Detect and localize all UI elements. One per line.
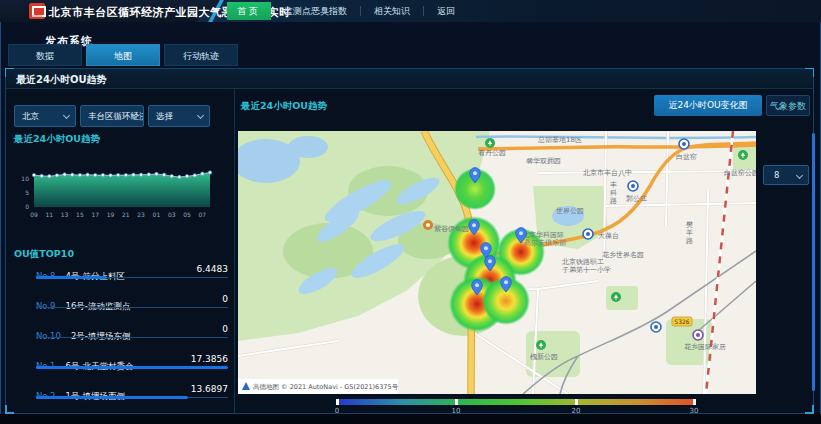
tab-back[interactable]: 返回 — [424, 2, 468, 20]
scale-marker — [693, 399, 696, 405]
list-item[interactable]: No.102号-填埋场东侧 0 — [36, 324, 228, 350]
ou-value: 0 — [222, 294, 228, 304]
svg-text:17: 17 — [91, 211, 99, 218]
value-bar-track — [36, 337, 228, 338]
park-icon — [536, 340, 546, 350]
svg-text:05: 05 — [183, 211, 191, 218]
heatmap-layer — [447, 168, 545, 332]
value-bar-track — [36, 307, 228, 308]
park-select[interactable]: 丰台区循环经济产... — [80, 105, 144, 127]
metro-station-icon — [628, 181, 638, 191]
tab-home[interactable]: 首页 — [227, 2, 271, 20]
map-label: 紫谷伊甸园 — [434, 225, 469, 233]
station-select[interactable]: 选择 — [148, 105, 210, 127]
trend-chart: 0510091113151719212301030507 — [10, 165, 218, 221]
list-item[interactable]: No.16号-北天堂村委会 17.3856 — [36, 354, 228, 380]
value-bar-fill — [36, 396, 188, 399]
hour-select[interactable]: 8 — [763, 165, 809, 185]
tab-knowledge[interactable]: 相关知识 — [361, 2, 423, 20]
map-label: 看丹公园 — [478, 149, 506, 157]
park-icon — [611, 292, 621, 302]
svg-text:09: 09 — [30, 211, 38, 218]
map-label: 郭公庄 — [626, 195, 647, 203]
scale-marker — [455, 399, 458, 405]
panel-header: 最近24小时OU趋势 — [6, 69, 813, 89]
list-item[interactable]: No.84号-筛分上料区 6.4483 — [36, 264, 228, 290]
map-label: 北京华科国际 — [522, 231, 564, 239]
top-nav: 首页 监测点恶臭指数 相关知识 返回 — [227, 2, 468, 20]
metro-station-icon — [651, 322, 661, 332]
map-label: 白盆窑公园 — [724, 169, 756, 177]
rank-label: No.9 — [36, 301, 56, 311]
svg-text:高德地图 © 2021 AutoNavi - GS(2021: 高德地图 © 2021 AutoNavi - GS(2021)6375号 — [253, 383, 399, 391]
bottom-strip — [0, 414, 821, 424]
map-label: 花乡世界名园 — [602, 251, 644, 259]
svg-text:21: 21 — [122, 211, 130, 218]
scenic-spot-icon — [423, 220, 433, 230]
svg-text:19: 19 — [107, 211, 115, 218]
map-label: 总部基地18区 — [537, 136, 582, 144]
list-item[interactable]: No.21号-填埋场西侧 13.6897 — [36, 384, 228, 410]
svg-text:0: 0 — [25, 203, 29, 210]
map-label: 世界公园 — [556, 207, 584, 215]
metro-station-icon — [583, 229, 593, 239]
chevron-down-icon — [796, 172, 803, 179]
svg-text:11: 11 — [45, 211, 53, 218]
map-view-button[interactable]: 地图 — [86, 44, 160, 66]
value-bar-fill — [36, 366, 228, 369]
header-bar: 北京市丰台区循环经济产业园大气恶臭状况实时 首页 监测点恶臭指数 相关知识 返回 — [0, 0, 821, 22]
road-badge: S326 — [672, 317, 692, 326]
data-view-button[interactable]: 数据 — [8, 44, 82, 66]
scale-marker — [336, 399, 339, 405]
value-bar-fill — [36, 276, 107, 279]
list-item[interactable]: No.916号-流动监测点 0 — [36, 294, 228, 320]
svg-text:15: 15 — [76, 211, 84, 218]
svg-text:13: 13 — [61, 211, 69, 218]
map-label: 高尔夫俱乐部 — [524, 239, 566, 247]
map-label: 北京市丰台八中 — [583, 168, 632, 177]
ou-color-scale — [336, 399, 696, 405]
top-list-title: OU值TOP10 — [14, 248, 74, 261]
value-bar-track — [36, 277, 228, 278]
map-label: 槐新公园 — [530, 352, 558, 361]
map-label: 大葆台 — [598, 232, 619, 240]
park-icon — [485, 138, 495, 148]
ou-change-map-button[interactable]: 近24小时OU变化图 — [654, 95, 762, 116]
map-label: 白盆窑 — [676, 153, 697, 161]
ou-value: 17.3856 — [191, 354, 228, 364]
map-label: 馨华双拥园 — [526, 157, 561, 165]
map-label: 丰科路 — [610, 181, 617, 205]
value-bar-track — [36, 397, 228, 398]
map-scrollbar[interactable] — [812, 133, 815, 391]
map-label: 花乡国际家居 — [684, 343, 726, 351]
svg-text:5: 5 — [25, 189, 29, 196]
map-label: 北京铁路职工 — [562, 258, 604, 266]
chevron-down-icon — [63, 112, 70, 119]
svg-text:10: 10 — [21, 175, 29, 182]
svg-text:23: 23 — [137, 211, 145, 218]
metro-station-icon — [693, 330, 703, 340]
weather-params-button[interactable]: 气象参数 — [766, 95, 810, 116]
chevron-down-icon — [197, 112, 204, 119]
trend-section-title: 最近24小时OU趋势 — [14, 133, 100, 146]
dashboard-window: 北京市丰台区循环经济产业园大气恶臭状况实时 首页 监测点恶臭指数 相关知识 返回… — [0, 0, 821, 424]
svg-text:01: 01 — [153, 211, 161, 218]
river — [476, 137, 756, 138]
ou-value: 0 — [222, 324, 228, 334]
city-select[interactable]: 北京 — [14, 105, 76, 127]
app-logo-icon — [29, 3, 45, 19]
map-section-title: 最近24小时OU趋势 — [241, 100, 327, 113]
station-name: 2号-填埋场东侧 — [71, 331, 130, 341]
station-name: 16号-流动监测点 — [66, 301, 131, 311]
ou-value: 6.4483 — [197, 264, 229, 274]
ou-value: 13.6897 — [191, 384, 228, 394]
scale-marker — [575, 399, 578, 405]
track-view-button[interactable]: 行动轨迹 — [164, 44, 238, 66]
map-canvas[interactable]: S326 总部基地18区看丹公园馨华双拥园北京市丰台八中郭公庄世界公园大葆台白盆… — [238, 131, 756, 394]
column-divider — [234, 89, 235, 413]
value-bar-track — [36, 367, 228, 368]
tab-odor-index[interactable]: 监测点恶臭指数 — [271, 2, 360, 20]
panel-title: 最近24小时OU趋势 — [16, 73, 107, 87]
panel-corner — [5, 405, 14, 414]
metro-station-icon — [679, 139, 689, 149]
